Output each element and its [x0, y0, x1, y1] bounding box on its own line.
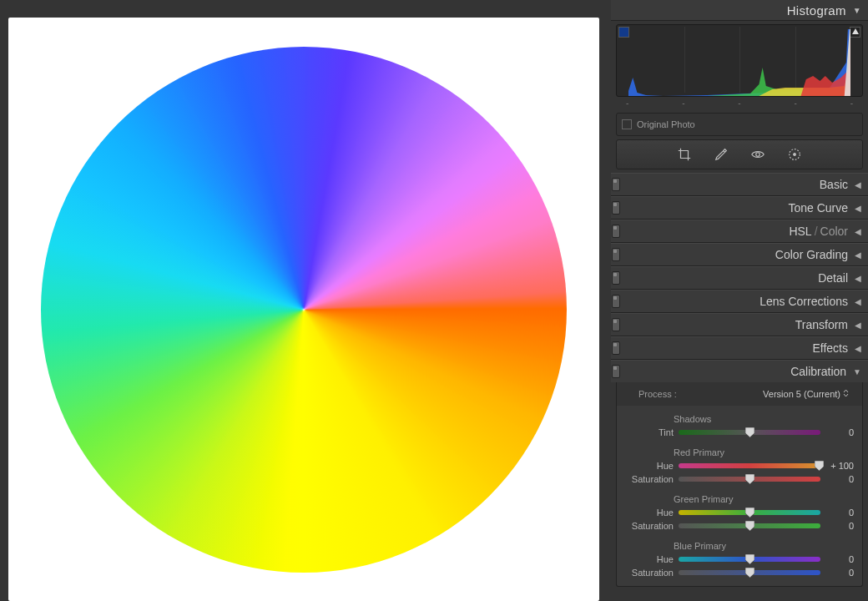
- red-hue-slider[interactable]: Hue + 100: [617, 459, 862, 472]
- blue-hue-slider[interactable]: Hue 0: [617, 553, 862, 566]
- disclosure-left-icon: ◀: [855, 344, 861, 353]
- disclosure-left-icon: ◀: [855, 274, 861, 283]
- blue-primary-title: Blue Primary: [617, 533, 862, 553]
- slider-track[interactable]: [679, 463, 820, 468]
- panel-switch-icon[interactable]: [612, 178, 620, 191]
- histogram-svg: [628, 29, 850, 96]
- green-hue-slider[interactable]: Hue 0: [617, 506, 862, 519]
- panel-switch-icon[interactable]: [612, 295, 620, 308]
- image-canvas[interactable]: [8, 18, 599, 601]
- slider-track[interactable]: [679, 430, 820, 435]
- app-root: Histogram ▼ - - - - - Original Photo: [0, 0, 868, 601]
- process-version-selector[interactable]: Process : Version 5 (Current): [617, 382, 862, 406]
- tint-slider[interactable]: Tint 0: [617, 426, 862, 439]
- panel-title: Histogram: [787, 3, 846, 18]
- panel-switch-icon[interactable]: [612, 365, 620, 378]
- panel-switch-icon[interactable]: [612, 271, 620, 285]
- highlight-clip-indicator[interactable]: [850, 27, 860, 38]
- panel-header-effects[interactable]: Effects ◀: [611, 336, 868, 360]
- slider-track[interactable]: [679, 477, 820, 482]
- calibration-body: Process : Version 5 (Current) Shadows Ti…: [616, 382, 863, 587]
- panel-switch-icon[interactable]: [612, 201, 620, 215]
- disclosure-left-icon: ◀: [855, 297, 861, 306]
- slider-track[interactable]: [679, 523, 820, 528]
- panel-header-calibration[interactable]: Calibration ▼: [611, 360, 868, 382]
- svg-point-2: [794, 154, 796, 156]
- radial-tool[interactable]: [787, 147, 802, 162]
- brush-tool[interactable]: [714, 147, 729, 162]
- panel-switch-icon[interactable]: [612, 318, 620, 331]
- slider-track[interactable]: [679, 570, 820, 575]
- preview-image-colorwheel: [41, 47, 567, 573]
- updown-icon: [843, 389, 849, 399]
- slider-track[interactable]: [679, 557, 820, 562]
- checkbox-icon: [622, 119, 632, 129]
- blue-sat-slider[interactable]: Saturation 0: [617, 566, 862, 579]
- shadows-group-title: Shadows: [617, 406, 862, 426]
- panel-switch-icon[interactable]: [612, 225, 620, 238]
- tool-strip: [616, 139, 863, 169]
- panel-header-transform[interactable]: Transform ◀: [611, 313, 868, 336]
- panel-header-colorgrading[interactable]: Color Grading ◀: [611, 243, 868, 266]
- histogram-axis: - - - - -: [611, 98, 868, 108]
- original-photo-label: Original Photo: [637, 119, 695, 129]
- disclosure-left-icon: ◀: [855, 204, 861, 213]
- disclosure-left-icon: ◀: [855, 227, 861, 236]
- disclosure-left-icon: ◀: [855, 180, 861, 189]
- disclosure-left-icon: ◀: [855, 321, 861, 330]
- panel-header-tonecurve[interactable]: Tone Curve ◀: [611, 196, 868, 220]
- panel-header-basic[interactable]: Basic ◀: [611, 173, 868, 196]
- original-photo-toggle[interactable]: Original Photo: [616, 113, 863, 136]
- disclosure-down-icon: ▼: [853, 367, 861, 376]
- panel-switch-icon[interactable]: [612, 248, 620, 261]
- image-canvas-area: [0, 0, 611, 601]
- slider-track[interactable]: [679, 510, 820, 515]
- svg-point-0: [756, 153, 760, 157]
- panel-header-lenscorrections[interactable]: Lens Corrections ◀: [611, 290, 868, 313]
- crop-tool[interactable]: [677, 147, 692, 162]
- histogram-box[interactable]: [616, 24, 863, 97]
- redeye-tool[interactable]: [750, 147, 765, 162]
- green-sat-slider[interactable]: Saturation 0: [617, 519, 862, 533]
- develop-panel: Histogram ▼ - - - - - Original Photo: [611, 0, 868, 601]
- panel-header-histogram[interactable]: Histogram ▼: [611, 0, 868, 21]
- red-sat-slider[interactable]: Saturation 0: [617, 472, 862, 486]
- panel-header-detail[interactable]: Detail ◀: [611, 266, 868, 290]
- disclosure-down-icon: ▼: [853, 6, 861, 15]
- disclosure-left-icon: ◀: [855, 250, 861, 260]
- panel-switch-icon[interactable]: [612, 341, 620, 355]
- red-primary-title: Red Primary: [617, 439, 862, 459]
- panel-header-hslcolor[interactable]: HSL/Color ◀: [611, 220, 868, 243]
- green-primary-title: Green Primary: [617, 486, 862, 506]
